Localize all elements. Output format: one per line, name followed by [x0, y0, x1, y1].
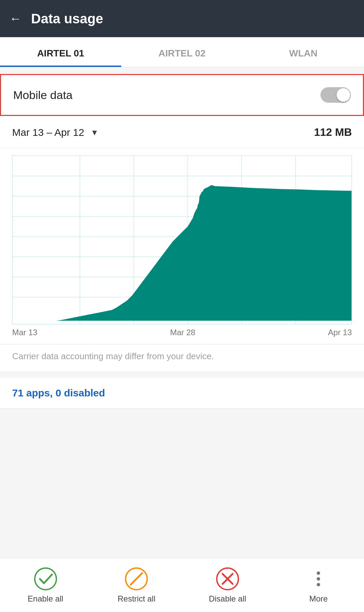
tab-bar: AIRTEL 01 AIRTEL 02 WLAN: [0, 37, 364, 67]
disable-all-button[interactable]: Disable all: [182, 558, 273, 612]
toggle-track: [320, 87, 351, 103]
restrict-all-button[interactable]: Restrict all: [91, 558, 182, 612]
svg-point-21: [317, 583, 320, 586]
enable-all-button[interactable]: Enable all: [0, 558, 91, 612]
toggle-thumb: [337, 88, 350, 102]
tab-airtel02[interactable]: AIRTEL 02: [121, 37, 242, 67]
restrict-all-label: Restrict all: [118, 594, 155, 604]
disclaimer: Carrier data accounting may differ from …: [0, 344, 364, 371]
svg-point-20: [317, 577, 320, 581]
chart-container: Mar 13 Mar 28 Apr 13: [0, 149, 364, 344]
apps-summary[interactable]: 71 apps, 0 disabled: [0, 378, 364, 409]
chart-wrapper: [12, 155, 352, 324]
date-range-text: Mar 13 – Apr 12: [12, 127, 84, 138]
more-button[interactable]: More: [273, 558, 364, 612]
svg-line-15: [131, 573, 142, 585]
apps-summary-text: 71 apps, 0 disabled: [12, 387, 105, 398]
dots-vertical-icon: [307, 567, 330, 591]
check-circle-icon: [34, 567, 57, 591]
date-range-chevron-icon[interactable]: ▾: [92, 127, 97, 138]
data-size-label: 112 MB: [314, 126, 352, 139]
x-circle-icon: [216, 567, 239, 591]
svg-point-13: [35, 568, 56, 590]
mobile-data-toggle[interactable]: [320, 87, 351, 103]
tab-airtel01[interactable]: AIRTEL 01: [0, 37, 121, 67]
date-range-row: Mar 13 – Apr 12 ▾ 112 MB: [0, 117, 364, 148]
chart-x-labels: Mar 13 Mar 28 Apr 13: [12, 324, 352, 344]
back-button[interactable]: ←: [9, 11, 22, 26]
svg-marker-12: [56, 185, 352, 321]
disable-all-label: Disable all: [209, 594, 246, 604]
data-usage-chart: [12, 156, 352, 324]
disclaimer-text: Carrier data accounting may differ from …: [12, 351, 214, 361]
chart-label-start: Mar 13: [12, 328, 37, 337]
bottom-action-bar: Enable all Restrict all Disable all More: [0, 558, 364, 612]
page-title: Data usage: [31, 11, 103, 26]
chart-label-mid: Mar 28: [170, 328, 196, 337]
enable-all-label: Enable all: [28, 594, 63, 604]
svg-point-19: [317, 571, 320, 575]
mobile-data-row: Mobile data: [0, 74, 364, 116]
more-label: More: [309, 594, 328, 604]
tab-wlan[interactable]: WLAN: [243, 37, 364, 67]
mobile-data-label: Mobile data: [13, 89, 73, 102]
header: ← Data usage: [0, 0, 364, 37]
chart-label-end: Apr 13: [328, 328, 352, 337]
restrict-circle-icon: [125, 567, 148, 591]
